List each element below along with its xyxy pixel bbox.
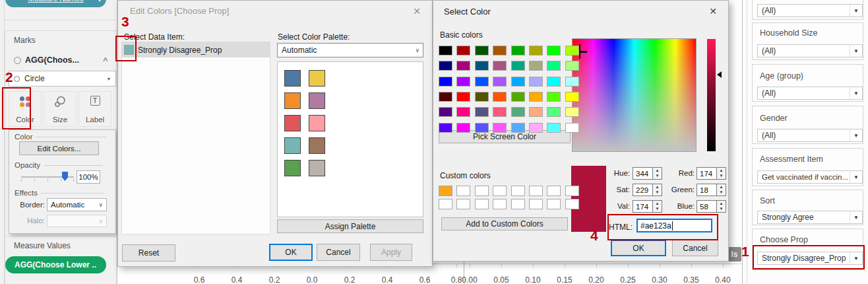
custom-color-swatch[interactable] [475, 199, 489, 209]
red-spinbox[interactable]: 174 ▲▼ [697, 167, 726, 180]
basic-color-swatch[interactable] [529, 61, 543, 71]
basic-color-swatch[interactable] [456, 107, 470, 117]
palette-dropdown[interactable]: Automatic ∨ [277, 43, 423, 57]
palette-color-swatch[interactable] [309, 160, 325, 176]
basic-color-swatch[interactable] [565, 61, 579, 71]
basic-color-swatch[interactable] [511, 46, 525, 55]
basic-color-swatch[interactable] [456, 123, 470, 133]
basic-color-swatch[interactable] [475, 77, 489, 87]
basic-color-swatch[interactable] [511, 92, 525, 102]
cancel-button[interactable]: Cancel [672, 240, 718, 256]
marks-agg-item[interactable]: AGG(Choos... [25, 55, 79, 65]
label-button[interactable]: T Label [78, 91, 111, 127]
palette-color-swatch[interactable] [284, 70, 301, 87]
basic-color-swatch[interactable] [547, 46, 561, 55]
assign-palette-button[interactable]: Assign Palette [277, 219, 423, 233]
basic-color-swatch[interactable] [456, 46, 470, 55]
palette-color-swatch[interactable] [309, 70, 325, 87]
measure-values-pill[interactable]: AGG(Choose Lower .. [5, 256, 106, 273]
cancel-button[interactable]: Cancel [317, 244, 360, 261]
basic-color-swatch[interactable] [565, 123, 579, 133]
add-to-custom-colors-button[interactable]: Add to Custom Colors [441, 217, 568, 231]
reset-button[interactable]: Reset [122, 244, 175, 262]
close-icon[interactable]: ✕ [704, 4, 722, 18]
edit-colors-button[interactable]: Edit Colors... [19, 141, 99, 155]
spinner-arrows-icon[interactable]: ▲▼ [653, 184, 662, 196]
basic-color-swatch[interactable] [475, 107, 489, 117]
basic-color-swatch[interactable] [547, 123, 561, 133]
basic-color-swatch[interactable] [475, 92, 489, 102]
spinner-arrows-icon[interactable]: ▲▼ [653, 167, 662, 180]
filter-dropdown[interactable]: (All) ▼ [757, 129, 863, 142]
custom-color-swatch[interactable] [529, 186, 543, 196]
basic-color-swatch[interactable] [547, 77, 561, 87]
value-slider[interactable] [707, 39, 716, 151]
basic-color-swatch[interactable] [439, 92, 452, 102]
custom-color-swatch[interactable] [547, 186, 561, 196]
measure-names-pill[interactable]: Measure Names ▾ [5, 0, 106, 7]
basic-color-swatch[interactable] [565, 107, 579, 117]
green-spinbox[interactable]: 18 ▲▼ [697, 184, 726, 196]
custom-color-swatch[interactable] [456, 186, 470, 196]
basic-color-swatch[interactable] [565, 77, 579, 87]
ok-button[interactable]: OK [611, 240, 666, 256]
hue-saturation-picker[interactable] [572, 38, 697, 152]
basic-color-swatch[interactable] [439, 61, 452, 71]
basic-color-swatch[interactable] [565, 92, 579, 102]
opacity-slider-handle[interactable] [62, 172, 68, 181]
custom-color-swatch[interactable] [511, 186, 525, 196]
custom-color-swatch[interactable] [439, 199, 452, 209]
basic-color-swatch[interactable] [456, 92, 470, 102]
spinner-arrows-icon[interactable]: ▲▼ [717, 200, 726, 213]
basic-color-swatch[interactable] [511, 123, 525, 133]
spinner-arrows-icon[interactable]: ▲▼ [653, 200, 662, 213]
custom-color-swatch[interactable] [475, 186, 489, 196]
basic-color-swatch[interactable] [456, 61, 470, 71]
value-slider-arrow[interactable] [717, 71, 722, 78]
basic-color-swatch[interactable] [493, 107, 507, 117]
basic-color-swatch[interactable] [439, 77, 452, 87]
basic-color-swatch[interactable] [529, 77, 543, 87]
basic-color-swatch[interactable] [493, 77, 507, 87]
val-spinbox[interactable]: 174 ▲▼ [633, 200, 662, 213]
custom-color-swatch[interactable] [565, 186, 579, 196]
custom-color-swatch[interactable] [529, 199, 543, 209]
basic-color-swatch[interactable] [511, 107, 525, 117]
basic-color-swatch[interactable] [475, 123, 489, 133]
mark-type-dropdown[interactable]: Circle ▾ [9, 71, 116, 87]
basic-color-swatch[interactable] [439, 123, 452, 133]
custom-color-swatch[interactable] [511, 199, 525, 209]
filter-dropdown[interactable]: Get vaccinated if vaccin... ▼ [757, 170, 863, 184]
close-icon[interactable]: ✕ [408, 4, 425, 18]
opacity-value[interactable]: 100% [77, 170, 100, 184]
basic-color-swatch[interactable] [529, 107, 543, 117]
basic-color-swatch[interactable] [493, 46, 507, 55]
palette-color-swatch[interactable] [284, 137, 301, 154]
apply-button[interactable]: Apply [370, 244, 412, 261]
sat-spinbox[interactable]: 229 ▲▼ [633, 184, 662, 196]
basic-color-swatch[interactable] [547, 107, 561, 117]
basic-color-swatch[interactable] [493, 123, 507, 133]
custom-color-swatch[interactable] [456, 199, 470, 209]
filter-dropdown[interactable]: (All) ▼ [757, 87, 863, 100]
basic-color-swatch[interactable] [475, 61, 489, 71]
basic-color-swatch[interactable] [529, 123, 543, 133]
basic-color-swatch[interactable] [493, 92, 507, 102]
border-dropdown[interactable]: Automatic ∨ [47, 198, 107, 211]
custom-color-swatch[interactable] [565, 199, 579, 209]
palette-color-swatch[interactable] [284, 160, 301, 176]
palette-color-swatch[interactable] [309, 115, 325, 131]
custom-color-swatch[interactable] [547, 199, 561, 209]
spinner-arrows-icon[interactable]: ▲▼ [717, 184, 726, 196]
palette-color-swatch[interactable] [309, 137, 325, 154]
basic-color-swatch[interactable] [511, 77, 525, 87]
scroll-up-icon[interactable]: ^ [103, 55, 108, 65]
basic-color-swatch[interactable] [456, 77, 470, 87]
basic-color-swatch[interactable] [493, 61, 507, 71]
ok-button[interactable]: OK [269, 244, 313, 261]
custom-color-swatch[interactable] [493, 186, 507, 196]
custom-color-swatch[interactable] [439, 186, 452, 196]
size-button[interactable]: Size [44, 91, 77, 127]
basic-color-swatch[interactable] [529, 92, 543, 102]
hue-spinbox[interactable]: 344 ▲▼ [633, 167, 662, 180]
